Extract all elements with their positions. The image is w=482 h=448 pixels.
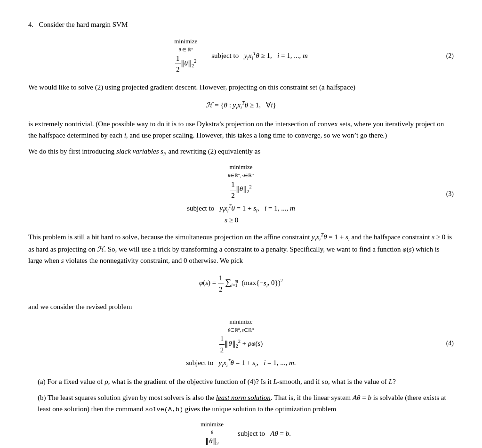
equation-norm-min: minimize θ ‖θ‖2 subject to Aθ = b. [38,420,454,448]
paragraph-4: This problem is still a bit hard to solv… [28,231,454,267]
problem-container: 4. Consider the hard margin SVM minimize… [28,19,454,448]
eq-number-2: (2) [446,51,454,61]
eq-number-3: (3) [446,189,454,199]
paragraph-3: We do this by first introducing slack va… [28,146,454,158]
part-b: (b) The least squares solution given by … [38,392,454,448]
paragraph-5: and we consider the revised problem [28,301,454,312]
paragraph-2: is extremely nontrivial. (One possible w… [28,118,454,141]
paragraph-1: We would like to solve (2) using project… [28,81,454,93]
equation-3: minimize θ∈ℝn, s∈ℝm 12‖θ‖22 subject to y… [28,163,454,225]
problem-title: 4. Consider the hard margin SVM [28,19,454,30]
eq-number-4: (4) [446,338,454,348]
equation-2: minimize θ ∈ ℝn 12‖θ‖22 subject to yixiT… [28,37,454,75]
equation-4: minimize θ∈ℝn, s∈ℝm 12‖θ‖22 + ρφ(s) subj… [28,317,454,369]
part-a: (a) For a fixed value of ρ, what is the … [38,376,454,387]
h-set-equation: ℋ = {θ : yixiTθ ≥ 1, ∀i} [28,99,454,112]
phi-equation: φ(s) = 12 ∑i=1m (max{−si, 0})2 [28,273,454,294]
